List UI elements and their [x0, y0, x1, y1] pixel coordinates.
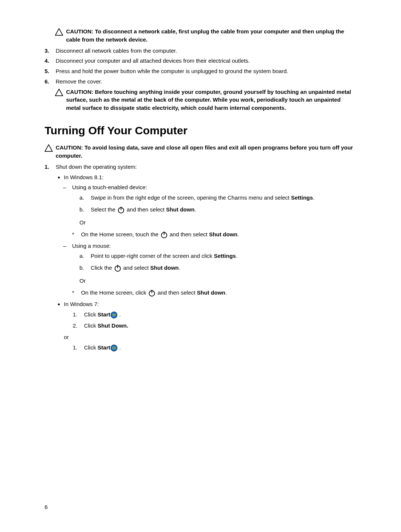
power-icon	[148, 289, 156, 297]
caution-ground-yourself: CAUTION: Before touching anything inside…	[55, 88, 356, 112]
step-num: 1.	[73, 311, 82, 319]
caution-icon	[45, 144, 53, 152]
mouse-step-a: a. Point to upper-right corner of the sc…	[79, 252, 356, 260]
step-body: Shut down the operating system: In Windo…	[56, 163, 356, 355]
step-4: 4. Disconnect your computer and all atta…	[45, 57, 356, 65]
step-text: Point to upper-right corner of the scree…	[91, 253, 237, 259]
step-number: 5.	[45, 67, 51, 75]
step-number: 1.	[45, 163, 51, 355]
caution-text: CAUTION: To avoid losing data, save and …	[56, 144, 356, 160]
mouse-method: Using a mouse: a. Point to upper-right c…	[71, 242, 356, 297]
or-label: Or	[79, 277, 356, 285]
shutdown-steps: 1. Shut down the operating system: In Wi…	[45, 163, 356, 355]
start-orb-icon	[110, 344, 118, 352]
touch-step-b: b. Select the and then select Shut down.	[79, 206, 356, 214]
caution-data-loss: CAUTION: To avoid losing data, save and …	[45, 144, 356, 160]
step-text: Click the and select Shut down.	[91, 265, 180, 271]
section-title: Turning Off Your Computer	[45, 122, 356, 139]
step-text: Disconnect all network cables from the c…	[56, 47, 356, 55]
windows-7: In Windows 7: 1. Click Start . 2. Click …	[64, 300, 356, 352]
touch-alt: On the Home screen, touch the and then s…	[71, 230, 356, 239]
caution-icon	[55, 89, 63, 96]
mouse-step-b: b. Click the and select Shut down.	[79, 264, 356, 272]
step-text: Swipe in from the right edge of the scre…	[91, 194, 314, 201]
step-number: 6.	[45, 78, 51, 86]
method-list: Using a touch-enabled device: a. Swipe i…	[64, 183, 356, 297]
win7-alt-step-1: 1. Click Start .	[73, 344, 356, 352]
step-text: Remove the cover.	[56, 78, 356, 86]
step-5: 5. Press and hold the power button while…	[45, 67, 356, 75]
step-number: 3.	[45, 47, 51, 55]
windows-81: In Windows 8.1: Using a touch-enabled de…	[64, 173, 356, 297]
intro-text: Shut down the operating system:	[56, 163, 356, 171]
step-text: Disconnect your computer and all attache…	[56, 57, 356, 65]
caution-text: CAUTION: To disconnect a network cable, …	[66, 27, 356, 44]
mouse-alt: On the Home screen, click and then selec…	[71, 289, 356, 297]
os-label: In Windows 7:	[64, 301, 99, 307]
touch-step-a: a. Swipe in from the right edge of the s…	[79, 194, 356, 202]
step-letter: a.	[79, 194, 89, 202]
os-list: In Windows 8.1: Using a touch-enabled de…	[56, 173, 356, 352]
step-text: Select the and then select Shut down.	[91, 206, 196, 213]
os-label: In Windows 8.1:	[64, 174, 104, 180]
win7-steps: 1. Click Start . 2. Click Shut Down.	[64, 311, 356, 330]
page-number: 6	[45, 503, 48, 511]
step-text: Press and hold the power button while th…	[56, 67, 356, 75]
win7-steps-alt: 1. Click Start .	[64, 344, 356, 352]
step-num: 2.	[73, 322, 82, 330]
pre-steps-list: 3. Disconnect all network cables from th…	[45, 47, 356, 86]
step-number: 4.	[45, 57, 51, 65]
win7-step-2: 2. Click Shut Down.	[73, 322, 356, 330]
step-3: 3. Disconnect all network cables from th…	[45, 47, 356, 55]
method-label: Using a touch-enabled device:	[72, 184, 147, 190]
touch-alt-step: On the Home screen, touch the and then s…	[79, 230, 356, 239]
step-letter: b.	[79, 264, 89, 272]
touch-method: Using a touch-enabled device: a. Swipe i…	[71, 183, 356, 239]
mouse-steps: a. Point to upper-right corner of the sc…	[71, 252, 356, 272]
step-letter: a.	[79, 252, 89, 260]
step-num: 1.	[73, 344, 82, 352]
step-6: 6. Remove the cover.	[45, 78, 356, 86]
touch-steps: a. Swipe in from the right edge of the s…	[71, 194, 356, 214]
caution-network-cable: CAUTION: To disconnect a network cable, …	[55, 27, 356, 44]
mouse-alt-step: On the Home screen, click and then selec…	[79, 289, 356, 297]
start-orb-icon	[110, 311, 118, 319]
step-1: 1. Shut down the operating system: In Wi…	[45, 163, 356, 355]
or-label: Or	[79, 219, 356, 227]
or-label: or	[64, 333, 356, 341]
caution-text: CAUTION: Before touching anything inside…	[66, 88, 356, 112]
step-letter: b.	[79, 206, 89, 214]
power-icon	[114, 264, 122, 272]
power-icon	[160, 231, 168, 239]
method-label: Using a mouse:	[72, 243, 111, 249]
caution-icon	[55, 28, 63, 36]
power-icon	[117, 206, 125, 214]
win7-step-1: 1. Click Start .	[73, 311, 356, 319]
